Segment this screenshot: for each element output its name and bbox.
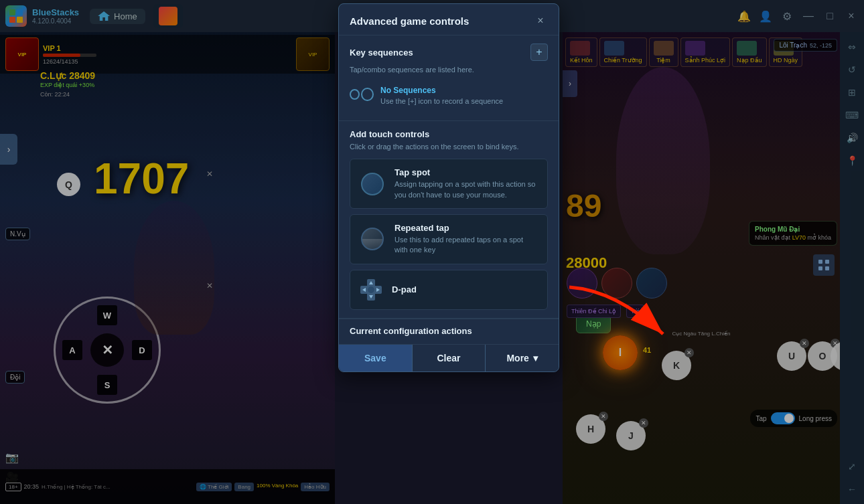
more-label: More: [506, 353, 528, 363]
seq-circle-small: [350, 89, 360, 100]
dialog-header: Advanced game controls ×: [339, 4, 559, 35]
dpad-icon: [360, 278, 382, 301]
clear-button[interactable]: Clear: [413, 345, 486, 371]
key-sequences-desc: Tap/combo sequences are listed here.: [350, 65, 548, 75]
more-chevron-icon: ▾: [533, 353, 538, 363]
seq-text-group: No Sequences Use the [+] icon to record …: [380, 86, 503, 106]
dpad-item[interactable]: D-pad: [350, 270, 548, 310]
toggle-half-visual: [362, 239, 382, 249]
repeated-tap-circle: [361, 228, 384, 250]
tap-spot-info: Tap spot Assign tapping on a spot with t…: [394, 167, 538, 200]
current-config-title: Current configuration actions: [350, 326, 548, 336]
add-touch-section: Add touch controls Click or drag the act…: [339, 121, 559, 319]
current-config-section: Current configuration actions: [339, 319, 559, 344]
repeated-tap-toggle: [360, 226, 385, 252]
seq-circle-large: [361, 88, 374, 101]
dialog-close-button[interactable]: ×: [533, 13, 548, 28]
dialog-footer: Save Clear More ▾: [339, 344, 559, 371]
dialog-title: Advanced game controls: [350, 15, 469, 27]
no-sequences-item: No Sequences Use the [+] icon to record …: [350, 80, 548, 112]
save-button[interactable]: Save: [339, 345, 413, 371]
repeated-tap-item[interactable]: Repeated tap Use this to add repeated ta…: [350, 214, 548, 264]
add-sequence-button[interactable]: +: [530, 44, 548, 61]
dpad-name: D-pad: [392, 284, 417, 295]
add-touch-desc: Click or drag the actions on the screen …: [350, 142, 548, 152]
svg-point-6: [368, 286, 374, 293]
tap-spot-item[interactable]: Tap spot Assign tapping on a spot with t…: [350, 159, 548, 209]
tap-spot-circle: [361, 173, 384, 195]
no-sequences-desc: Use the [+] icon to record a sequence: [380, 96, 503, 106]
repeated-tap-info: Repeated tap Use this to add repeated ta…: [394, 223, 538, 256]
dialog-body: Key sequences + Tap/combo sequences are …: [339, 35, 559, 344]
repeated-tap-name: Repeated tap: [394, 223, 538, 233]
add-touch-title: Add touch controls: [350, 129, 548, 139]
tap-spot-name: Tap spot: [394, 167, 538, 177]
key-sequences-header: Key sequences +: [350, 44, 548, 61]
repeated-tap-desc: Use this to add repeated taps on a spot …: [394, 235, 538, 256]
key-sequences-section: Key sequences + Tap/combo sequences are …: [339, 35, 559, 121]
no-sequences-title: No Sequences: [380, 86, 503, 95]
key-sequences-title: Key sequences: [350, 48, 413, 58]
advanced-controls-dialog: Advanced game controls × Key sequences +…: [338, 3, 559, 372]
sequence-icon: [350, 87, 374, 102]
tap-spot-desc: Assign tapping on a spot with this actio…: [394, 179, 538, 200]
more-button[interactable]: More ▾: [486, 345, 559, 371]
tap-spot-toggle: [360, 171, 385, 197]
